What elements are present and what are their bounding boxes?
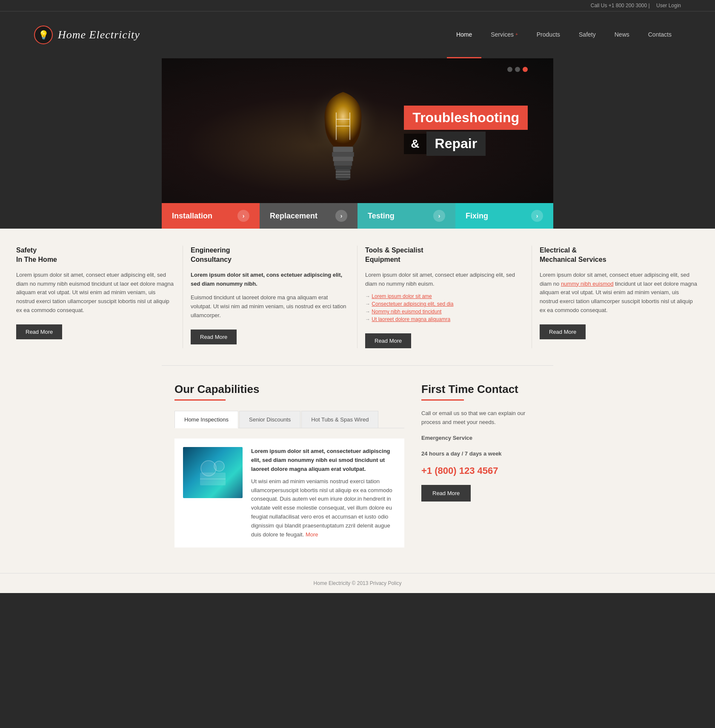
read-more-electrical[interactable]: Read More — [540, 324, 586, 339]
capabilities-section: Our Capabilities Home Inspections Senior… — [162, 366, 553, 565]
hero-background: Troubleshooting & Repair — [162, 58, 553, 203]
caps-img-inner — [183, 447, 243, 498]
caps-content: Lorem ipsum dolor sit amet, consectetuer… — [174, 439, 404, 547]
read-more-safety[interactable]: Read More — [16, 324, 62, 339]
caps-intro: Lorem ipsum dolor sit amet, consectetuer… — [251, 447, 396, 473]
hero-title-line2: & Repair — [404, 132, 528, 156]
footer-text: Home Electricity © 2013 Privacy Policy — [314, 580, 402, 586]
caps-tabs: Home Inspections Senior Discounts Hot Tu… — [174, 411, 404, 428]
tool-link-4: Ut laoreet dolore magna aliquamra — [365, 316, 524, 322]
tab-testing[interactable]: Testing › — [358, 203, 455, 229]
svg-point-16 — [201, 461, 216, 476]
service-card-electrical: Electrical &Mechanical Services Lorem ip… — [532, 246, 706, 348]
nav-contacts[interactable]: Contacts — [639, 11, 681, 58]
read-more-tools[interactable]: Read More — [365, 333, 411, 348]
svg-rect-8 — [334, 161, 352, 166]
emergency-hours: 24 hours a day / 7 days a week — [421, 450, 541, 459]
service-title-tools: Tools & SpecialistEquipment — [365, 246, 524, 265]
capabilities-left: Our Capabilities Home Inspections Senior… — [174, 383, 404, 547]
svg-point-17 — [214, 461, 224, 471]
svg-rect-7 — [333, 157, 353, 161]
service-card-safety: SafetyIn The Home Lorem ipsum dolor sit … — [9, 246, 183, 348]
caps-text: Lorem ipsum dolor sit amet, consectetuer… — [251, 447, 396, 539]
service-card-tools: Tools & SpecialistEquipment Lorem ipsum … — [358, 246, 532, 348]
service-card-engineering: EngineeringConsultancy Lorem ipsum dolor… — [183, 246, 358, 348]
caps-tab-home-inspections[interactable]: Home Inspections — [174, 411, 238, 428]
logo-icon: 💡 — [34, 26, 53, 44]
contact-description: Call or email us so that we can explain … — [421, 409, 541, 427]
svg-rect-6 — [332, 152, 354, 157]
nav-news[interactable]: News — [605, 11, 639, 58]
service-body-tools: Lorem ipsum dolor sit amet, consect etue… — [365, 271, 524, 289]
tool-link-3: Nommy nibh euismod tincidunt — [365, 309, 524, 315]
service-body-engineering: Euismod tincidunt ut laoreet dolore ma g… — [191, 293, 349, 320]
nav-home[interactable]: Home — [447, 11, 481, 58]
header: 💡 Home Electricity Home Services + Produ… — [0, 11, 715, 58]
contact-read-more-btn[interactable]: Read More — [421, 485, 471, 502]
service-title-engineering: EngineeringConsultancy — [191, 246, 349, 265]
service-body-engineering-bold: Lorem ipsum dolor sit amet, cons ectetue… — [191, 271, 349, 289]
contact-underline — [421, 399, 464, 401]
call-text: Call Us +1 800 200 3000 — [591, 3, 647, 9]
caps-body: Ut wisi enim ad minim veniamis nostrud e… — [251, 478, 392, 538]
hero-dots — [507, 67, 528, 72]
service-title-electrical: Electrical &Mechanical Services — [540, 246, 699, 265]
hero-title-repair: Repair — [426, 132, 486, 156]
service-title-safety: SafetyIn The Home — [16, 246, 175, 265]
svg-rect-9 — [335, 166, 352, 170]
tool-link-1: Lorem ipsum dolor sit ame — [365, 293, 524, 299]
replacement-arrow: › — [335, 210, 347, 222]
phone-number: +1 (800) 123 4567 — [421, 465, 541, 476]
service-tabs-bar: Installation › Replacement › Testing › F… — [162, 203, 553, 229]
hero-title-troubleshooting: Troubleshooting — [404, 106, 528, 130]
services-grid: SafetyIn The Home Lorem ipsum dolor sit … — [0, 229, 715, 365]
tool-link-2: Consectetuer adipiscing elit, sed dia — [365, 301, 524, 307]
dot-1[interactable] — [507, 67, 512, 72]
caps-image — [183, 447, 243, 498]
caps-more-link[interactable]: More — [306, 531, 318, 538]
contact-title: First Time Contact — [421, 383, 541, 396]
top-bar: Call Us +1 800 200 3000 | User Login — [0, 0, 715, 11]
nav-services[interactable]: Services + — [481, 11, 527, 58]
logo-text: Home Electricity — [58, 29, 140, 41]
tab-fixing[interactable]: Fixing › — [455, 203, 553, 229]
tab-installation[interactable]: Installation › — [162, 203, 260, 229]
caps-tab-senior-discounts[interactable]: Senior Discounts — [239, 411, 300, 428]
hero-ampersand: & — [404, 134, 426, 154]
capabilities-title: Our Capabilities — [174, 383, 404, 396]
read-more-engineering[interactable]: Read More — [191, 330, 237, 344]
service-body-electrical: Lorem ipsum dolor sit amet, consect etue… — [540, 271, 699, 315]
services-dropdown-arrow: + — [515, 32, 518, 37]
main-nav: Home Services + Products Safety News Con… — [447, 11, 681, 58]
testing-arrow: › — [433, 210, 445, 222]
footer: Home Electricity © 2013 Privacy Policy — [0, 573, 715, 593]
emergency-label: Emergency Service — [421, 434, 541, 443]
caps-underline — [174, 399, 226, 401]
nav-products[interactable]: Products — [527, 11, 569, 58]
hero-section: Troubleshooting & Repair — [162, 58, 553, 203]
tab-replacement[interactable]: Replacement › — [260, 203, 358, 229]
service-body-safety: Lorem ipsum dolor sit amet, consect etue… — [16, 271, 175, 315]
nav-safety[interactable]: Safety — [569, 11, 605, 58]
svg-rect-5 — [333, 147, 353, 152]
logo: 💡 Home Electricity — [34, 26, 140, 44]
service-links-tools: Lorem ipsum dolor sit ame Consectetuer a… — [365, 293, 524, 322]
caps-tab-hot-tubs[interactable]: Hot Tubs & Spas Wired — [301, 411, 378, 428]
installation-arrow: › — [237, 210, 249, 222]
dot-3[interactable] — [523, 67, 528, 72]
dot-2[interactable] — [515, 67, 520, 72]
separator: | — [649, 3, 651, 9]
fixing-arrow: › — [531, 210, 543, 222]
hero-text: Troubleshooting & Repair — [404, 106, 528, 156]
user-login-link[interactable]: User Login — [656, 3, 681, 9]
bulb-image — [271, 58, 415, 203]
contact-right: First Time Contact Call or email us so t… — [421, 383, 541, 547]
